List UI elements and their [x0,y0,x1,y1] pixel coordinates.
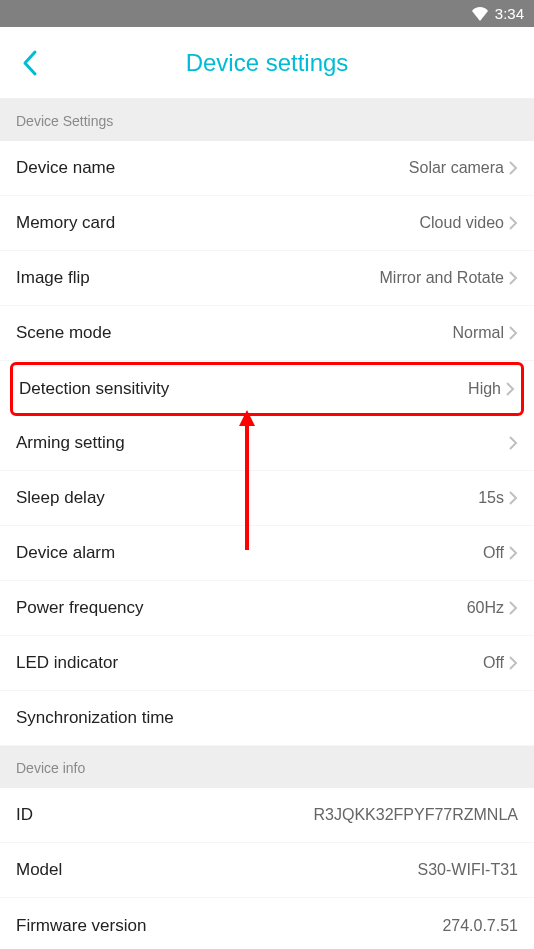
row-value: 60Hz [467,599,504,617]
row-detection-sensitivity[interactable]: Detection sensitivity High [0,361,534,416]
chevron-right-icon [508,435,518,451]
chevron-right-icon [505,381,515,397]
row-label: Device alarm [16,543,115,563]
row-arming-setting[interactable]: Arming setting [0,416,534,471]
row-id: ID R3JQKK32FPYF77RZMNLA [0,788,534,843]
row-label: Scene mode [16,323,111,343]
chevron-right-icon [508,545,518,561]
row-label: Memory card [16,213,115,233]
wifi-icon [471,7,489,21]
row-label: Model [16,860,62,880]
row-value: 15s [478,489,504,507]
row-label: LED indicator [16,653,118,673]
back-button[interactable] [20,49,40,77]
row-value: Cloud video [420,214,505,232]
row-value: High [468,380,501,398]
row-label: ID [16,805,33,825]
chevron-right-icon [508,655,518,671]
row-value: 274.0.7.51 [442,917,518,935]
row-memory-card[interactable]: Memory card Cloud video [0,196,534,251]
chevron-right-icon [508,215,518,231]
chevron-right-icon [508,600,518,616]
row-device-name[interactable]: Device name Solar camera [0,141,534,196]
status-bar: 3:34 [0,0,534,27]
row-value: Off [483,654,504,672]
row-value: Normal [452,324,504,342]
row-model: Model S30-WIFI-T31 [0,843,534,898]
row-value: Off [483,544,504,562]
chevron-right-icon [508,490,518,506]
row-value: Solar camera [409,159,504,177]
chevron-right-icon [508,270,518,286]
row-device-alarm[interactable]: Device alarm Off [0,526,534,581]
section-header-info: Device info [0,746,534,788]
row-label: Synchronization time [16,708,174,728]
row-label: Power frequency [16,598,144,618]
row-value: R3JQKK32FPYF77RZMNLA [313,806,518,824]
row-label: Detection sensitivity [19,379,169,399]
row-label: Image flip [16,268,90,288]
row-label: Firmware version [16,916,146,936]
chevron-right-icon [508,325,518,341]
row-value: Mirror and Rotate [380,269,505,287]
row-image-flip[interactable]: Image flip Mirror and Rotate [0,251,534,306]
nav-bar: Device settings [0,27,534,99]
row-value: S30-WIFI-T31 [418,861,518,879]
row-label: Sleep delay [16,488,105,508]
row-scene-mode[interactable]: Scene mode Normal [0,306,534,361]
section-header-settings: Device Settings [0,99,534,141]
row-label: Arming setting [16,433,125,453]
row-sync-time[interactable]: Synchronization time [0,691,534,746]
row-label: Device name [16,158,115,178]
row-firmware: Firmware version 274.0.7.51 [0,898,534,949]
chevron-right-icon [508,160,518,176]
row-led-indicator[interactable]: LED indicator Off [0,636,534,691]
row-power-frequency[interactable]: Power frequency 60Hz [0,581,534,636]
page-title: Device settings [0,49,534,77]
row-sleep-delay[interactable]: Sleep delay 15s [0,471,534,526]
status-time: 3:34 [495,5,524,22]
